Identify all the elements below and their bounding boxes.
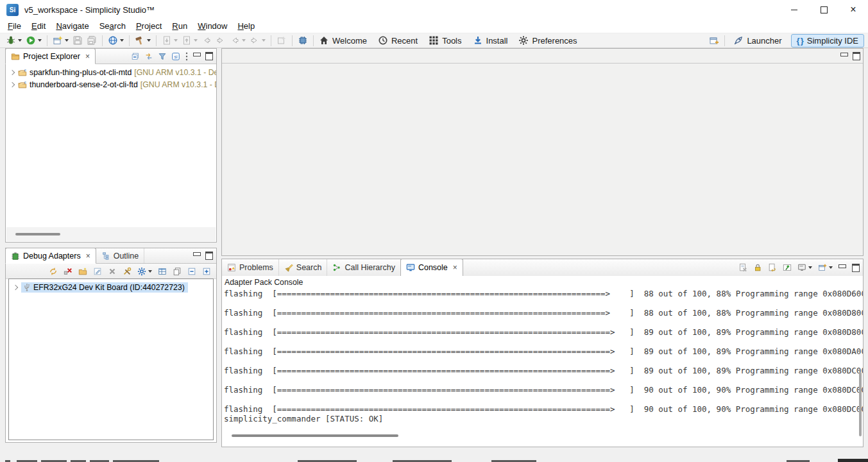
scrollbar-thumb[interactable] bbox=[15, 233, 60, 235]
disconnect-icon[interactable] bbox=[64, 267, 72, 276]
maximize-view-icon[interactable] bbox=[852, 264, 860, 272]
close-icon[interactable]: × bbox=[453, 263, 457, 272]
browser-button[interactable] bbox=[106, 35, 125, 46]
menu-window[interactable]: Window bbox=[192, 20, 232, 32]
menu-run[interactable]: Run bbox=[167, 20, 192, 32]
forward-button[interactable] bbox=[248, 35, 267, 46]
close-icon[interactable]: × bbox=[85, 52, 90, 61]
dropdown-icon[interactable] bbox=[18, 39, 22, 42]
open-perspective-button[interactable] bbox=[708, 35, 720, 46]
install-button[interactable]: Install bbox=[472, 35, 509, 46]
adapter-settings-button[interactable] bbox=[137, 267, 152, 276]
maximize-view-icon[interactable] bbox=[205, 52, 213, 60]
table-view-icon[interactable] bbox=[158, 267, 167, 276]
save-icon bbox=[72, 35, 83, 46]
minimize-view-icon[interactable] bbox=[838, 264, 846, 268]
forward-annotation-button[interactable] bbox=[214, 35, 227, 46]
display-console-button[interactable] bbox=[797, 263, 812, 272]
selected-adapter[interactable]: EFR32xG24 Dev Kit Board (ID:440272723) bbox=[21, 282, 188, 293]
horizontal-scrollbar[interactable] bbox=[6, 227, 216, 241]
simplicity-ide-perspective-button[interactable]: { } Simplicity IDE bbox=[791, 34, 864, 47]
clear-console-icon[interactable] bbox=[738, 263, 747, 272]
collapse-all-icon[interactable] bbox=[131, 52, 140, 61]
menu-help[interactable]: Help bbox=[232, 20, 260, 32]
menu-navigate[interactable]: Navigate bbox=[51, 20, 94, 32]
minimize-view-icon[interactable] bbox=[193, 53, 201, 56]
open-console-button[interactable] bbox=[818, 263, 833, 272]
dropdown-icon[interactable] bbox=[808, 266, 812, 269]
tools-button[interactable]: Tools bbox=[427, 35, 463, 46]
tab-problems[interactable]: Problems bbox=[222, 259, 279, 276]
debug-button[interactable] bbox=[4, 35, 23, 46]
menu-project[interactable]: Project bbox=[131, 20, 167, 32]
update-button[interactable] bbox=[180, 35, 199, 46]
connect-refresh-icon[interactable] bbox=[49, 267, 58, 276]
back-annotation-button[interactable] bbox=[200, 35, 213, 46]
si-view-icon[interactable]: si bbox=[171, 52, 180, 61]
scrollbar-thumb[interactable] bbox=[232, 434, 398, 437]
dropdown-icon[interactable] bbox=[65, 39, 69, 42]
scroll-lock-icon[interactable] bbox=[753, 263, 762, 272]
tab-debug-adapters[interactable]: Debug Adapters × bbox=[5, 248, 96, 264]
tab-search[interactable]: Search bbox=[279, 259, 328, 276]
filter-icon[interactable] bbox=[158, 52, 167, 61]
expander-icon[interactable] bbox=[13, 284, 18, 289]
word-wrap-icon[interactable] bbox=[768, 263, 777, 272]
dropdown-icon[interactable] bbox=[242, 39, 246, 42]
expander-icon[interactable] bbox=[10, 69, 15, 74]
dropdown-icon[interactable] bbox=[262, 39, 266, 42]
tab-outline[interactable]: Outline bbox=[96, 248, 145, 263]
preferences-button[interactable]: Preferences bbox=[517, 35, 578, 46]
new-group-icon[interactable] bbox=[78, 267, 87, 276]
project-tree-item[interactable]: csparkfun-thing-plus-ot-cli-mtd[GNU ARM … bbox=[6, 66, 216, 78]
menu-search[interactable]: Search bbox=[94, 20, 131, 32]
tab-project-explorer[interactable]: Project Explorer × bbox=[5, 48, 96, 64]
commit-button[interactable] bbox=[160, 35, 179, 46]
maximize-button[interactable] bbox=[809, 0, 838, 19]
new-button[interactable] bbox=[51, 35, 70, 46]
tab-call-hierarchy[interactable]: Call Hierarchy bbox=[327, 259, 401, 276]
menu-file[interactable]: File bbox=[3, 20, 26, 32]
save-button[interactable] bbox=[71, 35, 84, 46]
dropdown-icon[interactable] bbox=[194, 39, 198, 42]
run-button[interactable] bbox=[24, 35, 43, 46]
link-editor-button[interactable] bbox=[275, 35, 288, 46]
recent-button[interactable]: Recent bbox=[377, 35, 419, 46]
minimize-button[interactable] bbox=[779, 0, 809, 19]
debug-adapter-item[interactable]: EFR32xG24 Dev Kit Board (ID:440272723) bbox=[9, 281, 213, 293]
console-text[interactable]: flashing [==============================… bbox=[222, 289, 863, 424]
minimize-view-icon[interactable] bbox=[840, 53, 848, 56]
pin-console-icon[interactable] bbox=[783, 263, 792, 272]
close-button[interactable]: × bbox=[838, 0, 868, 19]
menu-edit[interactable]: Edit bbox=[26, 20, 51, 32]
dropdown-icon[interactable] bbox=[120, 39, 124, 42]
minimize-view-icon[interactable] bbox=[193, 252, 201, 256]
dropdown-icon[interactable] bbox=[174, 39, 178, 42]
dropdown-icon[interactable] bbox=[147, 39, 151, 42]
vertical-scrollbar-thumb[interactable] bbox=[859, 372, 862, 436]
rename-icon[interactable] bbox=[93, 267, 102, 276]
tab-console[interactable]: Console × bbox=[400, 259, 463, 277]
back-button[interactable] bbox=[228, 35, 247, 46]
close-icon[interactable]: × bbox=[86, 252, 90, 261]
expand-all-icon[interactable] bbox=[202, 267, 211, 276]
copy-view-icon[interactable] bbox=[173, 267, 182, 276]
build-button[interactable] bbox=[133, 35, 152, 46]
device-config-icon[interactable] bbox=[123, 267, 132, 276]
welcome-button[interactable]: Welcome bbox=[318, 35, 368, 46]
maximize-view-icon[interactable] bbox=[205, 252, 213, 260]
dropdown-icon[interactable] bbox=[148, 270, 152, 273]
download-icon bbox=[473, 35, 483, 46]
flash-programmer-button[interactable] bbox=[296, 35, 309, 46]
expander-icon[interactable] bbox=[10, 81, 15, 87]
maximize-view-icon[interactable] bbox=[853, 52, 860, 60]
collapse-all-icon[interactable] bbox=[187, 267, 196, 276]
save-all-button[interactable] bbox=[85, 35, 98, 46]
link-with-editor-icon[interactable] bbox=[144, 52, 153, 61]
launcher-perspective-button[interactable]: Launcher bbox=[728, 34, 787, 47]
delete-icon[interactable] bbox=[108, 267, 117, 276]
dropdown-icon[interactable] bbox=[38, 39, 42, 42]
project-tree-item[interactable]: cthunderboard-sense-2-ot-cli-ftd[GNU ARM… bbox=[6, 78, 216, 90]
view-menu-icon[interactable] bbox=[185, 52, 189, 61]
dropdown-icon[interactable] bbox=[829, 266, 833, 269]
